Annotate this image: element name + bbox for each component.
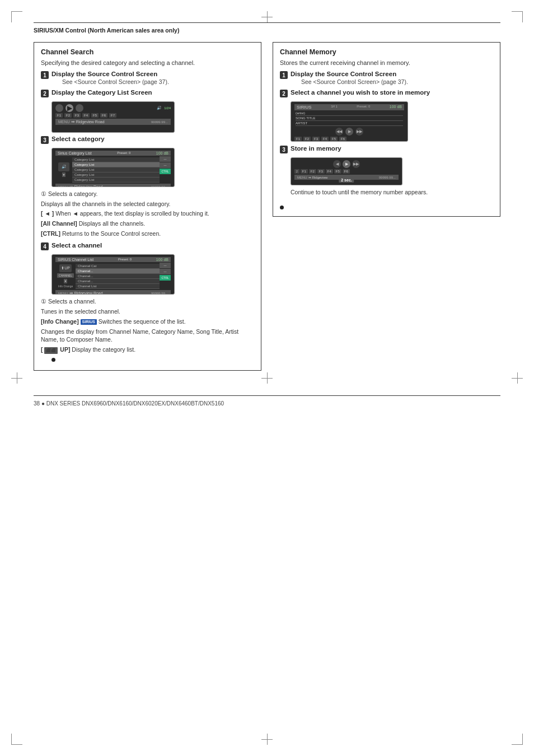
step-1-sub: See <Source Control Screen> (page 37).: [62, 78, 169, 85]
header-title: SIRIUS/XM Control (North American sales …: [34, 27, 179, 34]
note-4-2: Tunes in the selected channel.: [41, 307, 254, 316]
col-right: Channel Memory Stores the current receiv…: [273, 42, 500, 379]
two-col-layout: Channel Search Specifying the desired ca…: [34, 42, 500, 379]
step-3-label: Select a category: [51, 136, 105, 142]
cm-step-1: 1 Display the Source Control Screen See …: [280, 71, 493, 85]
continue-text: Continue to touch until the memory numbe…: [291, 188, 493, 197]
channel-list-screen-step4: SIRIUS Channel List Preset: 0 100 dB ⬆UP…: [51, 254, 175, 295]
channel-memory-intro: Stores the current receiving channel in …: [280, 59, 493, 66]
corner-tr: [512, 11, 523, 22]
crosshair-mid-right: [512, 372, 523, 384]
bullet-left: [51, 358, 55, 362]
corner-br: [512, 734, 523, 745]
note-4-3: [Info Change] SIRIUS Switches the sequen…: [41, 318, 254, 326]
note-3-4: [All Channel] Displays all the channels.: [41, 220, 254, 228]
header-section: SIRIUS/XM Control (North American sales …: [34, 22, 500, 34]
icon-play: ▶: [65, 104, 73, 112]
note-4-4: Changes the display from Channel Name, C…: [41, 328, 254, 344]
step-4: 4 Select a channel: [41, 242, 254, 250]
step-3: 3 Select a category: [41, 136, 254, 144]
cm-step-3-label: Store in memory: [291, 145, 341, 152]
crosshair-top: [261, 11, 273, 22]
step-3-num: 3: [41, 136, 49, 144]
channel-search-title: Channel Search: [41, 48, 254, 56]
col-left: Channel Search Specifying the desired ca…: [34, 42, 261, 379]
store-in-memory-screen: ◀ ▶ ▶▶ 2 F1 F2 F3 F4 F5 F6: [291, 157, 402, 185]
store-2sec-label: 2 sec.: [339, 178, 354, 183]
note-3-1: ① Selects a category.: [41, 190, 254, 198]
step-1-num: 1: [41, 71, 49, 79]
step-1-label: Display the Source Control Screen: [51, 71, 169, 77]
step-1: 1 Display the Source Control Screen See …: [41, 71, 254, 85]
footer-text: 38 ● DNX SERIES DNX6960/DNX6160/DNX6020E…: [34, 400, 224, 407]
crosshair-bottom: [261, 734, 273, 745]
cm-step-1-sub: See <Source Control Screen> (page 37).: [301, 78, 408, 85]
note-4-1: ① Selects a channel.: [41, 297, 254, 306]
category-list-screen-step3: Sirius Category List Preset: 0 100 dB 🔊 …: [51, 148, 175, 187]
step-4-num: 4: [41, 242, 49, 250]
corner-tl: [11, 11, 22, 22]
cm-step-2: 2 Select a channel you wish to store in …: [280, 89, 493, 97]
cm-step-2-label: Select a channel you wish to store in me…: [291, 89, 430, 96]
channel-memory-box: Channel Memory Stores the current receiv…: [273, 42, 500, 217]
note-4-5: [ ⬛⬛ UP] Display the category list.: [41, 346, 254, 354]
note-3-2: Displays all the channels in the selecte…: [41, 200, 254, 208]
step-2-label: Display the Category List Screen: [51, 89, 152, 96]
cm-step-1-num: 1: [280, 71, 288, 79]
channel-search-intro: Specifying the desired category and sele…: [41, 59, 254, 66]
step-3-notes: ① Selects a category. Displays all the c…: [41, 190, 254, 237]
step-4-label: Select a channel: [51, 242, 102, 249]
footer-line: 38 ● DNX SERIES DNX6960/DNX6160/DNX6020E…: [34, 395, 500, 407]
category-list-screen-step2: ▶ 🔊 1/24 F1 F2 F3 F4 F5: [51, 101, 175, 133]
crosshair-mid-left: [11, 372, 22, 384]
cm-step-2-num: 2: [280, 90, 288, 97]
cm-step-3-num: 3: [280, 146, 288, 153]
note-3-5: [CTRL] Returns to the Source Control scr…: [41, 230, 254, 238]
page-container: SIRIUS/XM Control (North American sales …: [0, 0, 534, 756]
icon-prev: [55, 104, 63, 112]
corner-bl: [11, 734, 22, 745]
crosshair-center: [261, 372, 273, 384]
step-2-num: 2: [41, 90, 49, 97]
channel-memory-title: Channel Memory: [280, 48, 493, 56]
note-3-3: [ ◄ ] When ◄ appears, the text display i…: [41, 209, 254, 218]
channel-memory-screen-step2: SIRIUS 3/f 1 Preset: 0 100 dB (artist) S…: [291, 101, 408, 142]
channel-search-box: Channel Search Specifying the desired ca…: [34, 42, 261, 371]
step-4-notes: ① Selects a channel. Tunes in the select…: [41, 297, 254, 353]
icon-next: [76, 104, 83, 112]
cm-step-1-label: Display the Source Control Screen: [291, 71, 408, 77]
step-2: 2 Display the Category List Screen: [41, 89, 254, 97]
bullet-right: [280, 206, 284, 209]
cm-step-3: 3 Store in memory: [280, 145, 493, 153]
